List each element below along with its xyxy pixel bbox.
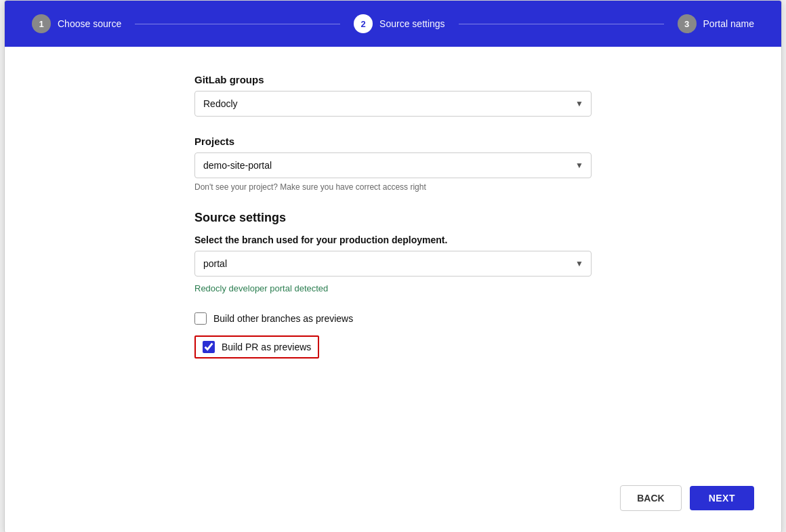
- branch-select-wrapper: portal ▼: [194, 251, 592, 277]
- step-3-circle: 3: [678, 14, 697, 33]
- step-1-circle: 1: [32, 14, 51, 33]
- checkbox-branches[interactable]: [194, 312, 207, 325]
- back-button[interactable]: BACK: [620, 485, 681, 511]
- app-window: 1 Choose source 2 Source settings 3 Port…: [4, 0, 782, 532]
- checkbox-pr-label[interactable]: Build PR as previews: [222, 342, 311, 352]
- step-1-group: 1 Choose source: [32, 14, 121, 33]
- projects-hint: Don't see your project? Make sure you ha…: [194, 182, 592, 192]
- step-3-label: Portal name: [703, 18, 754, 29]
- projects-select[interactable]: demo-site-portal: [194, 152, 592, 178]
- checkbox-branches-label[interactable]: Build other branches as previews: [213, 313, 353, 324]
- step-2-group: 2 Source settings: [354, 14, 445, 33]
- branch-sublabel: Select the branch used for your producti…: [194, 234, 592, 245]
- checkbox-branches-item: Build other branches as previews: [194, 312, 592, 325]
- checkbox-pr-highlight: Build PR as previews: [194, 335, 319, 359]
- step-connector-2: [459, 24, 664, 24]
- step-3-group: 3 Portal name: [678, 14, 754, 33]
- checkbox-group: Build other branches as previews Build P…: [194, 312, 592, 359]
- gitlab-groups-field: GitLab groups Redocly ▼: [194, 74, 592, 117]
- step-2-circle: 2: [354, 14, 373, 33]
- stepper: 1 Choose source 2 Source settings 3 Port…: [32, 14, 754, 33]
- projects-select-wrapper: demo-site-portal ▼: [194, 152, 592, 178]
- gitlab-groups-select-wrapper: Redocly ▼: [194, 91, 592, 117]
- main-content: GitLab groups Redocly ▼ Projects demo-si…: [5, 47, 781, 532]
- projects-field: Projects demo-site-portal ▼ Don't see yo…: [194, 136, 592, 192]
- detected-text: Redocly developer portal detected: [194, 283, 592, 293]
- projects-label: Projects: [194, 136, 592, 147]
- step-2-label: Source settings: [379, 18, 445, 29]
- step-connector-1: [135, 24, 340, 24]
- step-1-label: Choose source: [58, 18, 121, 29]
- source-settings-section: Source settings Select the branch used f…: [194, 211, 592, 293]
- footer-buttons: BACK NEXT: [620, 485, 754, 511]
- checkbox-pr-item: Build PR as previews: [194, 335, 592, 359]
- branch-select[interactable]: portal: [194, 251, 592, 277]
- checkbox-pr[interactable]: [203, 341, 215, 353]
- gitlab-groups-label: GitLab groups: [194, 74, 592, 85]
- stepper-bar: 1 Choose source 2 Source settings 3 Port…: [5, 1, 781, 47]
- source-settings-title: Source settings: [194, 211, 592, 225]
- next-button[interactable]: NEXT: [690, 486, 754, 510]
- gitlab-groups-select[interactable]: Redocly: [194, 91, 592, 117]
